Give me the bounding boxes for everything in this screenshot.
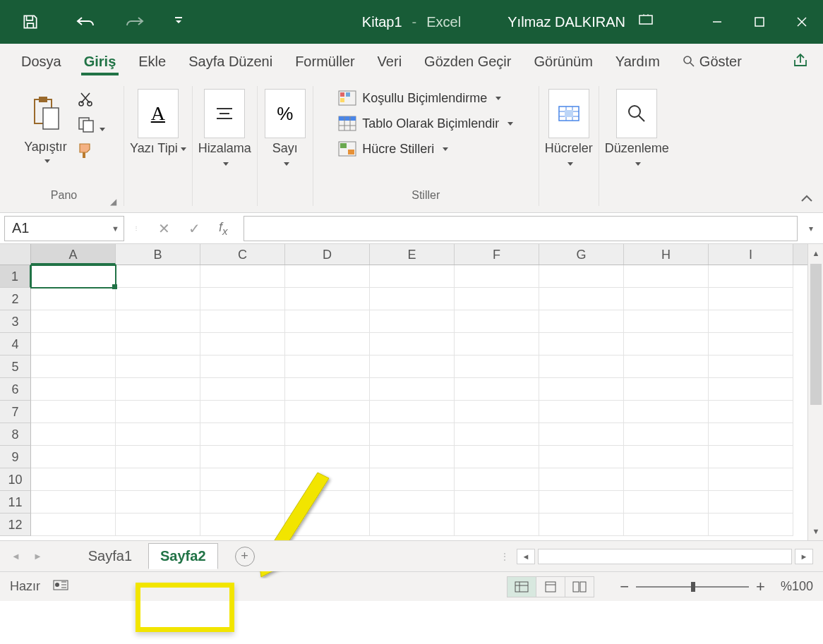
- redo-icon[interactable]: [124, 15, 145, 29]
- row-header-4[interactable]: 4: [0, 333, 31, 356]
- col-header-G[interactable]: G: [539, 244, 624, 265]
- cell[interactable]: [624, 356, 709, 378]
- view-normal-button[interactable]: [507, 576, 536, 597]
- cell[interactable]: [116, 468, 200, 491]
- cell[interactable]: [709, 423, 793, 446]
- tab-view[interactable]: Görünüm: [522, 47, 603, 77]
- cell[interactable]: [285, 514, 370, 536]
- zoom-percent[interactable]: %100: [781, 579, 813, 594]
- tab-home[interactable]: Giriş: [73, 47, 128, 77]
- cell[interactable]: [370, 491, 455, 514]
- cell[interactable]: [31, 446, 116, 468]
- view-page-break-button[interactable]: [565, 576, 594, 597]
- paste-button[interactable]: [25, 89, 67, 137]
- cell[interactable]: [200, 491, 285, 514]
- cell[interactable]: [285, 491, 370, 514]
- cell[interactable]: [31, 288, 116, 310]
- cell[interactable]: [709, 378, 793, 401]
- name-box[interactable]: A1 ▼: [4, 216, 124, 241]
- cell[interactable]: [624, 265, 709, 288]
- tab-help[interactable]: Yardım: [604, 47, 671, 77]
- font-button[interactable]: A: [138, 89, 179, 138]
- cell[interactable]: [370, 265, 455, 288]
- cell[interactable]: [285, 446, 370, 468]
- cell[interactable]: [285, 333, 370, 356]
- undo-icon[interactable]: [75, 15, 96, 29]
- cell[interactable]: [709, 356, 793, 378]
- cancel-formula-icon[interactable]: ✕: [158, 220, 170, 237]
- cell[interactable]: [455, 446, 539, 468]
- hscroll-right-icon[interactable]: ►: [795, 549, 813, 564]
- cell[interactable]: [370, 288, 455, 310]
- cell[interactable]: [624, 333, 709, 356]
- row-header-8[interactable]: 8: [0, 423, 31, 446]
- cell[interactable]: [116, 423, 200, 446]
- editing-button[interactable]: [616, 89, 657, 138]
- cell[interactable]: [709, 288, 793, 310]
- minimize-button[interactable]: [696, 0, 738, 44]
- cell[interactable]: [624, 401, 709, 423]
- cell[interactable]: [370, 378, 455, 401]
- vscroll-thumb[interactable]: [810, 264, 822, 405]
- cell[interactable]: [709, 310, 793, 333]
- cell[interactable]: [624, 378, 709, 401]
- cell[interactable]: [31, 356, 116, 378]
- col-header-H[interactable]: H: [624, 244, 709, 265]
- cell[interactable]: [539, 446, 624, 468]
- cell[interactable]: [624, 468, 709, 491]
- cell[interactable]: [370, 468, 455, 491]
- cell[interactable]: [370, 514, 455, 536]
- cell[interactable]: [709, 265, 793, 288]
- formula-input[interactable]: [244, 216, 798, 241]
- cell[interactable]: [31, 423, 116, 446]
- cell[interactable]: [200, 310, 285, 333]
- cell[interactable]: [285, 378, 370, 401]
- cell[interactable]: [539, 310, 624, 333]
- display-mode-icon[interactable]: [638, 13, 654, 31]
- cell[interactable]: [539, 378, 624, 401]
- view-page-layout-button[interactable]: [536, 576, 565, 597]
- hscroll-left-icon[interactable]: ◄: [517, 549, 535, 564]
- cells-button[interactable]: [548, 89, 589, 138]
- col-header-F[interactable]: F: [455, 244, 539, 265]
- zoom-in-button[interactable]: +: [756, 578, 765, 596]
- col-header-E[interactable]: E: [370, 244, 455, 265]
- cell[interactable]: [200, 468, 285, 491]
- clipboard-dialog-launcher-icon[interactable]: ◢: [110, 197, 116, 207]
- cell[interactable]: [116, 288, 200, 310]
- cell[interactable]: [31, 265, 116, 288]
- cell[interactable]: [370, 446, 455, 468]
- cell[interactable]: [624, 310, 709, 333]
- tab-data[interactable]: Veri: [366, 47, 413, 77]
- user-name[interactable]: Yılmaz DALKIRAN: [507, 14, 625, 30]
- cell[interactable]: [624, 446, 709, 468]
- cell[interactable]: [285, 310, 370, 333]
- cell[interactable]: [200, 401, 285, 423]
- cell[interactable]: [116, 310, 200, 333]
- collapse-ribbon-icon[interactable]: [800, 194, 813, 207]
- zoom-slider[interactable]: [636, 586, 749, 588]
- cell[interactable]: [709, 446, 793, 468]
- tell-me[interactable]: Göster: [671, 47, 753, 77]
- cell[interactable]: [455, 265, 539, 288]
- tab-review[interactable]: Gözden Geçir: [413, 47, 522, 77]
- expand-formula-bar-icon[interactable]: ▾: [803, 224, 819, 233]
- enter-formula-icon[interactable]: ✓: [188, 220, 200, 237]
- format-painter-icon[interactable]: [77, 141, 105, 162]
- cell[interactable]: [455, 356, 539, 378]
- conditional-formatting-button[interactable]: Koşullu Biçimlendirme: [334, 87, 517, 109]
- share-icon[interactable]: [792, 51, 809, 71]
- sheet-tab-sayfa1[interactable]: Sayfa1: [76, 543, 144, 569]
- cell[interactable]: [539, 265, 624, 288]
- cell[interactable]: [709, 401, 793, 423]
- cell[interactable]: [455, 310, 539, 333]
- scroll-up-icon[interactable]: ▲: [808, 245, 823, 261]
- row-header-2[interactable]: 2: [0, 288, 31, 310]
- cell[interactable]: [116, 401, 200, 423]
- cell[interactable]: [624, 514, 709, 536]
- col-header-D[interactable]: D: [285, 244, 370, 265]
- cell[interactable]: [116, 491, 200, 514]
- cell[interactable]: [31, 468, 116, 491]
- cell[interactable]: [370, 401, 455, 423]
- cell[interactable]: [370, 356, 455, 378]
